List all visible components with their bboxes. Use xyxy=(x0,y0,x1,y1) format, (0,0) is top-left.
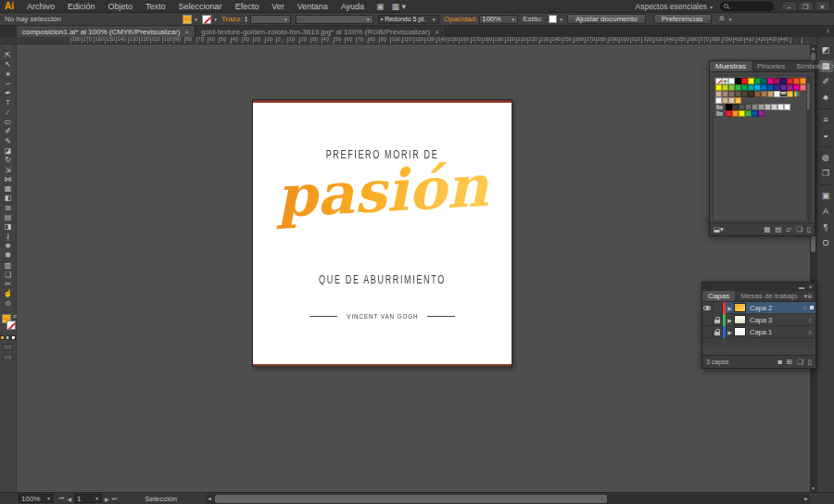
swatch-none[interactable] xyxy=(715,78,722,84)
layer-row[interactable]: ▶Capa 2○ xyxy=(702,302,815,314)
canvas[interactable]: PREFIERO MORIR DE pasión QUE DE ABURRIMI… xyxy=(17,44,810,492)
gradient-tool[interactable]: ◨ xyxy=(1,222,16,232)
stroke-weight-label[interactable]: Trazo: xyxy=(221,15,242,23)
swatch[interactable] xyxy=(787,84,793,91)
next-artboard-button[interactable]: ▶ xyxy=(105,496,109,502)
swatch[interactable] xyxy=(732,110,739,117)
stroke-color-swatch[interactable] xyxy=(202,15,211,24)
artboard-tool[interactable]: ❏ xyxy=(1,271,16,280)
tab-capas[interactable]: Capas xyxy=(702,291,735,301)
panel-collapse-icon[interactable]: ▬ xyxy=(799,284,804,290)
panel-menu-icon[interactable]: ▾≣ xyxy=(804,293,813,300)
delete-layer-icon[interactable]: ▯ xyxy=(808,358,812,366)
layer-lock-toggle[interactable] xyxy=(713,314,723,326)
blend-tool[interactable]: ❖ xyxy=(1,242,16,251)
document-tab[interactable]: composicion1.ai* al 100% (CMYK/Previsual… xyxy=(17,26,196,37)
stroke-panel-icon[interactable]: ≡ xyxy=(819,114,833,126)
tab-pinceles[interactable]: Pinceles xyxy=(752,61,790,71)
eraser-tool[interactable]: ◪ xyxy=(1,146,16,156)
selection-tool[interactable]: ⇱ xyxy=(1,51,16,60)
lasso-tool[interactable]: ∽ xyxy=(1,80,16,89)
chevron-down-icon[interactable]: ▼ xyxy=(213,17,218,22)
swatch[interactable] xyxy=(758,110,764,117)
first-artboard-button[interactable]: ⏮ xyxy=(59,496,64,502)
drawing-mode-button[interactable] xyxy=(3,344,13,350)
swatch[interactable] xyxy=(728,84,735,91)
swatch[interactable] xyxy=(754,84,761,91)
swatch[interactable] xyxy=(722,91,728,97)
swatch[interactable] xyxy=(735,78,741,84)
bridge-icon[interactable]: ▣ xyxy=(376,2,385,11)
swatch[interactable] xyxy=(715,97,722,104)
free-transform-tool[interactable]: ▦ xyxy=(1,184,16,194)
gradient-mode-button[interactable] xyxy=(6,335,10,340)
horizontal-ruler[interactable]: 1801701601501401301201101009080706050403… xyxy=(17,37,810,44)
fit-document-button[interactable]: Ajustar documento xyxy=(567,14,646,24)
swatch[interactable] xyxy=(728,91,735,97)
previous-artboard-button[interactable]: ◀ xyxy=(67,496,71,502)
scroll-up-icon[interactable]: ▲ xyxy=(810,44,816,52)
swatch[interactable] xyxy=(780,78,787,84)
swatch[interactable] xyxy=(741,78,748,84)
delete-swatch-icon[interactable]: ▯ xyxy=(807,225,811,233)
layer-expand-icon[interactable]: ▶ xyxy=(726,329,734,335)
show-swatch-kinds-icon[interactable]: ▦ xyxy=(764,225,770,233)
arrange-documents-icon[interactable]: ▦ ▾ xyxy=(392,2,407,11)
swatch[interactable] xyxy=(767,84,774,91)
chevron-down-icon[interactable]: ▼ xyxy=(559,17,563,22)
swatch[interactable] xyxy=(722,97,728,104)
stroke-weight-dropdown[interactable]: ▼ xyxy=(250,15,291,24)
new-sublayer-icon[interactable]: ⊞ xyxy=(787,358,792,366)
menu-ver[interactable]: Ver xyxy=(265,0,291,13)
swatch[interactable] xyxy=(726,110,732,117)
swatch[interactable] xyxy=(715,91,722,97)
swatch-libraries-icon[interactable]: ⬓▾ xyxy=(714,225,724,233)
document-setup-icon[interactable]: ≞ ▼ xyxy=(719,15,737,23)
eyedropper-tool[interactable]: ∤ xyxy=(1,233,16,242)
tab-close-icon[interactable]: × xyxy=(184,28,189,36)
chevron-down-icon[interactable]: ▼ xyxy=(194,17,198,22)
graphic-styles-panel-icon[interactable]: ❐ xyxy=(819,168,833,180)
swatch-gradient[interactable] xyxy=(793,91,800,97)
magic-wand-tool[interactable]: ✶ xyxy=(1,70,16,80)
tab-muestras[interactable]: Muestras xyxy=(710,61,752,71)
paragraph-panel-icon[interactable]: ¶ xyxy=(819,221,833,233)
color-mode-button[interactable] xyxy=(0,335,5,340)
swatch-gradient[interactable] xyxy=(780,91,787,97)
slice-tool[interactable]: ✂ xyxy=(1,280,16,289)
swatch[interactable] xyxy=(784,104,790,110)
layer-target-icon[interactable]: ○ xyxy=(804,317,815,323)
layer-name[interactable]: Capa 2 xyxy=(750,304,799,312)
gradient-panel-icon[interactable]: ◒ xyxy=(819,130,833,142)
swatch[interactable] xyxy=(761,78,767,84)
width-profile-dropdown[interactable]: ▼ xyxy=(296,15,373,24)
restore-button[interactable]: ❐ xyxy=(798,1,814,11)
new-swatch-icon[interactable]: ❏ xyxy=(796,225,802,233)
menu-ventana[interactable]: Ventana xyxy=(291,0,335,13)
swatch[interactable] xyxy=(754,91,761,97)
swatch[interactable] xyxy=(752,104,758,110)
close-button[interactable]: ✕ xyxy=(815,1,830,11)
width-tool[interactable]: ⋈ xyxy=(1,175,16,184)
fill-color-swatch[interactable] xyxy=(183,15,192,24)
swatch-gradient[interactable] xyxy=(735,97,741,104)
fill-stroke-indicator[interactable]: ⇄ xyxy=(2,314,17,333)
pen-tool[interactable]: ✒ xyxy=(1,89,16,98)
layer-name[interactable]: Capa 1 xyxy=(750,328,804,336)
swatch-registration[interactable]: ✛ xyxy=(722,78,728,84)
toolbar-grip[interactable]: ⁞⁞ xyxy=(0,44,16,51)
menu-texto[interactable]: Texto xyxy=(139,0,172,13)
layer-visibility-toggle[interactable] xyxy=(702,302,713,314)
minimize-button[interactable]: – xyxy=(781,1,797,11)
menu-edicin[interactable]: Edición xyxy=(61,0,102,13)
line-segment-tool[interactable]: ∕ xyxy=(1,108,16,118)
swatch[interactable] xyxy=(722,84,728,91)
swatch[interactable] xyxy=(745,110,752,117)
appearance-panel-icon[interactable]: ▣ xyxy=(819,190,833,202)
symbols-panel-icon[interactable]: ♣ xyxy=(819,92,833,104)
panel-close-icon[interactable]: ✕ xyxy=(808,284,813,290)
horizontal-scroll-thumb[interactable] xyxy=(215,495,607,503)
paintbrush-tool[interactable]: ✐ xyxy=(1,127,16,136)
swatch[interactable] xyxy=(774,84,780,91)
type-tool[interactable]: T xyxy=(1,98,16,107)
